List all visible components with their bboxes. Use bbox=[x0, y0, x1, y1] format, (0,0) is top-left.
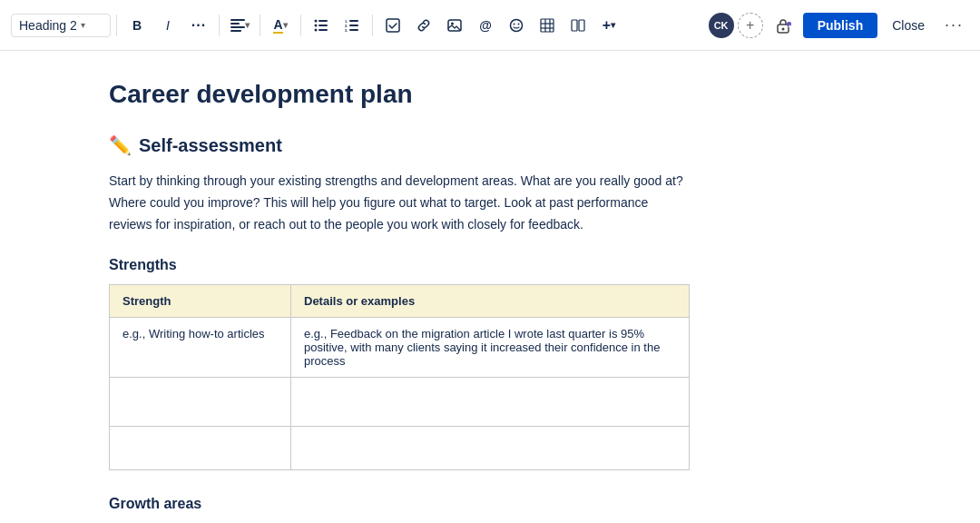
avatar-group: CK + bbox=[707, 11, 763, 40]
content-area: Career development plan ✏️ Self-assessme… bbox=[0, 51, 980, 523]
self-assessment-heading-text: Self-assessment bbox=[139, 135, 282, 156]
svg-point-6 bbox=[315, 24, 318, 26]
table-row: e.g., Writing how-to articles e.g., Feed… bbox=[110, 318, 690, 378]
insert-more-button[interactable]: +▾ bbox=[594, 11, 623, 40]
bullet-list-button[interactable] bbox=[307, 11, 336, 40]
svg-point-19 bbox=[511, 19, 523, 31]
svg-point-20 bbox=[514, 23, 515, 25]
heading-chevron: ▾ bbox=[81, 20, 85, 30]
self-assessment-body: Start by thinking through your existing … bbox=[109, 171, 690, 235]
svg-rect-28 bbox=[579, 20, 584, 31]
columns-button[interactable] bbox=[564, 11, 593, 40]
strengths-heading: Strengths bbox=[109, 257, 871, 273]
svg-rect-5 bbox=[318, 20, 328, 22]
align-icon bbox=[230, 19, 245, 32]
toolbar-divider-4 bbox=[300, 15, 301, 36]
format-group: B I ··· bbox=[122, 11, 213, 40]
more-format-button[interactable]: ··· bbox=[184, 11, 213, 40]
emoji-icon bbox=[509, 18, 524, 33]
svg-rect-27 bbox=[572, 20, 577, 31]
image-button[interactable] bbox=[440, 11, 469, 40]
page-title: Career development plan bbox=[109, 80, 871, 109]
table-cell-strength-3[interactable] bbox=[110, 427, 291, 470]
col-header-details: Details or examples bbox=[291, 285, 690, 318]
svg-point-21 bbox=[518, 23, 520, 25]
svg-text:3.: 3. bbox=[345, 28, 348, 32]
avatar[interactable]: CK bbox=[707, 11, 736, 40]
color-group: A ▾ bbox=[266, 11, 295, 40]
table-cell-details-3[interactable] bbox=[291, 427, 690, 470]
italic-button[interactable]: I bbox=[153, 11, 182, 40]
bold-button[interactable]: B bbox=[122, 11, 152, 40]
publish-button[interactable]: Publish bbox=[803, 13, 878, 38]
svg-rect-2 bbox=[230, 26, 245, 28]
svg-rect-15 bbox=[349, 29, 358, 31]
toolbar-divider-1 bbox=[116, 15, 117, 36]
table-row bbox=[110, 378, 690, 427]
heading-label: Heading 2 bbox=[19, 18, 77, 33]
svg-point-30 bbox=[781, 27, 784, 30]
toolbar-divider-2 bbox=[219, 15, 220, 36]
toolbar-left: Heading 2 ▾ B I ··· ▾ bbox=[11, 11, 703, 40]
more-options-button[interactable]: ··· bbox=[939, 12, 969, 38]
close-button[interactable]: Close bbox=[885, 13, 932, 38]
table-button[interactable] bbox=[533, 11, 562, 40]
bullet-icon bbox=[314, 19, 328, 32]
mention-button[interactable]: @ bbox=[471, 11, 500, 40]
svg-rect-9 bbox=[318, 29, 328, 31]
svg-rect-7 bbox=[318, 25, 328, 26]
list-group: 1. 2. 3. bbox=[307, 11, 367, 40]
col-header-strength: Strength bbox=[110, 285, 291, 318]
image-icon bbox=[447, 18, 462, 33]
table-cell-strength-1[interactable]: e.g., Writing how-to articles bbox=[110, 318, 291, 378]
numbered-list-button[interactable]: 1. 2. 3. bbox=[338, 11, 367, 40]
table-row bbox=[110, 427, 690, 470]
svg-rect-1 bbox=[230, 23, 240, 25]
svg-rect-22 bbox=[541, 19, 554, 32]
svg-rect-0 bbox=[230, 19, 245, 21]
table-cell-details-1[interactable]: e.g., Feedback on the migration article … bbox=[291, 318, 690, 378]
svg-rect-3 bbox=[230, 30, 241, 32]
task-button[interactable] bbox=[378, 11, 407, 40]
color-button[interactable]: A ▾ bbox=[266, 11, 295, 40]
self-assessment-emoji: ✏️ bbox=[109, 134, 132, 156]
svg-rect-16 bbox=[387, 19, 399, 32]
heading-select[interactable]: Heading 2 ▾ bbox=[11, 14, 111, 37]
emoji-button[interactable] bbox=[502, 11, 531, 40]
table-header-row: Strength Details or examples bbox=[110, 285, 690, 318]
svg-rect-11 bbox=[349, 20, 358, 22]
svg-point-8 bbox=[315, 28, 318, 31]
svg-point-18 bbox=[451, 22, 454, 25]
toolbar-divider-3 bbox=[260, 15, 260, 36]
toolbar: Heading 2 ▾ B I ··· ▾ bbox=[0, 0, 980, 51]
avatar-initials: CK bbox=[714, 20, 729, 31]
align-button[interactable]: ▾ bbox=[225, 11, 254, 40]
task-icon bbox=[386, 18, 400, 33]
strengths-table: Strength Details or examples e.g., Writi… bbox=[109, 284, 690, 470]
color-chevron: ▾ bbox=[283, 20, 288, 30]
self-assessment-heading: ✏️ Self-assessment bbox=[109, 134, 871, 156]
toolbar-right: CK + ✦ Publish Close ··· bbox=[707, 11, 969, 40]
columns-icon bbox=[571, 18, 585, 33]
svg-point-4 bbox=[315, 19, 318, 22]
add-collaborator-button[interactable]: + bbox=[738, 13, 763, 38]
table-cell-strength-2[interactable] bbox=[110, 378, 291, 427]
table-cell-details-2[interactable] bbox=[291, 378, 690, 427]
lock-svg: ✦ bbox=[774, 16, 792, 35]
link-button[interactable] bbox=[409, 11, 438, 40]
numbered-icon: 1. 2. 3. bbox=[345, 19, 359, 32]
align-chevron: ▾ bbox=[245, 20, 250, 30]
toolbar-divider-5 bbox=[372, 15, 373, 36]
table-icon bbox=[540, 18, 554, 33]
lock-icon[interactable]: ✦ bbox=[770, 13, 796, 38]
align-group: ▾ bbox=[225, 11, 254, 40]
color-label: A bbox=[273, 17, 282, 34]
insert-group: @ bbox=[378, 11, 623, 40]
link-icon bbox=[416, 18, 431, 33]
svg-rect-13 bbox=[349, 25, 358, 26]
growth-areas-heading: Growth areas bbox=[109, 496, 871, 512]
